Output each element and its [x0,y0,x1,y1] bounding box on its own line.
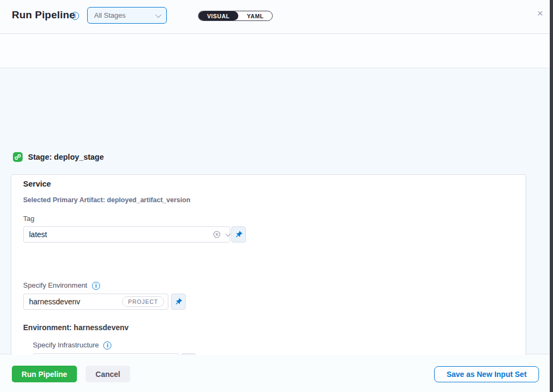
visual-yaml-toggle: VISUAL YAML [198,11,273,21]
save-as-new-input-set-button[interactable]: Save as New Input Set [434,366,539,382]
cd-stage-icon [13,152,23,162]
tag-label: Tag [23,215,34,223]
service-card-title: Service [23,180,51,188]
modal-header: Run Pipeline i All Stages VISUAL YAML × [0,0,550,34]
tag-input[interactable] [23,226,230,243]
service-card: Service Selected Primary Artifact: deplo… [11,174,526,381]
tag-pin-button[interactable] [231,226,246,243]
run-pipeline-modal: Run Pipeline i All Stages VISUAL YAML × … [0,0,553,392]
backdrop-edge [550,0,553,392]
clear-circle-icon[interactable] [212,230,221,239]
selected-artifact-text: Selected Primary Artifact: deployed_arti… [23,196,190,204]
tab-visual[interactable]: VISUAL [198,11,238,20]
cancel-button[interactable]: Cancel [86,366,130,382]
chevron-down-icon [155,11,161,17]
info-icon[interactable]: i [71,12,79,20]
tab-yaml[interactable]: YAML [238,11,272,20]
info-icon[interactable]: i [92,282,100,290]
environment-heading: Environment: harnessdevenv [23,323,129,332]
stage-selector-dropdown[interactable]: All Stages [87,7,167,24]
stage-selector-value: All Stages [94,11,126,19]
stage-row: Stage: deploy_stage [13,152,104,162]
stage-label: Stage: deploy_stage [28,153,104,161]
close-icon[interactable]: × [534,8,546,19]
pin-icon [174,298,182,306]
environment-pin-button[interactable] [171,294,186,310]
pin-icon [235,231,243,239]
input-sets-row: Use existing Input Sets ? [0,34,550,68]
specify-environment-label: Specify Environment i [23,281,100,290]
stage-section: Stage: deploy_stage Service Selected Pri… [0,69,550,354]
tag-input-adornments [212,226,229,243]
specify-infrastructure-label: Specify Infrastructure i [33,341,111,350]
info-icon[interactable]: i [103,341,111,350]
run-pipeline-button[interactable]: Run Pipeline [12,366,77,382]
modal-footer: Run Pipeline Cancel Save as New Input Se… [0,355,550,392]
page-title: Run Pipeline [12,9,75,21]
project-scope-badge: PROJECT [122,296,164,307]
